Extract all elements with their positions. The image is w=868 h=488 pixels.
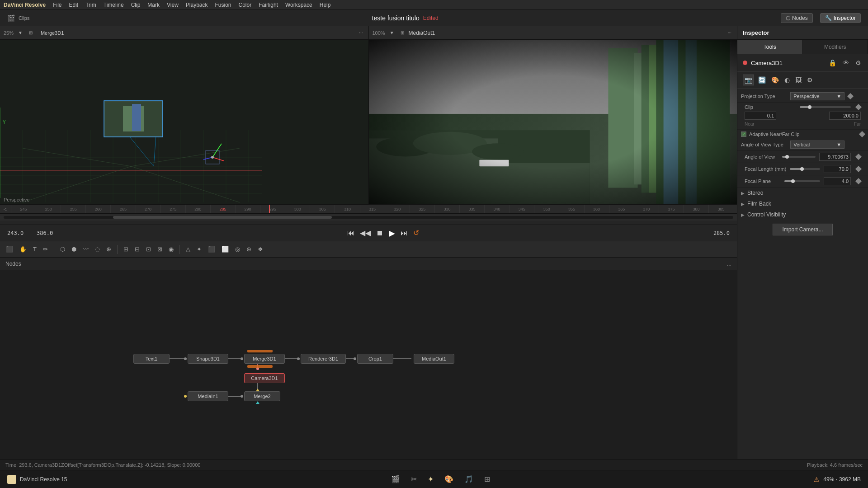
inspector-camera-tab[interactable]: 📷 — [743, 75, 754, 85]
nodes-button[interactable]: ⬡ Nodes — [781, 13, 813, 23]
ruler-mark-275[interactable]: 275 — [160, 205, 185, 213]
viewer-right-fullscreen[interactable]: ⊞ — [399, 29, 406, 36]
viewer-left-more[interactable]: ··· — [357, 29, 364, 36]
dock-media-button[interactable]: 🎬 — [391, 475, 400, 483]
menu-color[interactable]: Color — [239, 2, 252, 8]
dock-fusion-button[interactable]: ✦ — [428, 475, 434, 483]
node-merge2[interactable]: Merge2 — [244, 391, 280, 401]
go-to-start-button[interactable]: ⏮ — [347, 229, 354, 237]
bspline-tool[interactable]: 〰 — [80, 244, 91, 254]
merge2-tool[interactable]: ⊟ — [132, 244, 142, 254]
inspector-shadow-tab[interactable]: ◐ — [783, 75, 791, 85]
menu-timeline[interactable]: Timeline — [104, 2, 124, 8]
render-tool[interactable]: ⬜ — [219, 244, 231, 254]
node-camera3d1[interactable]: Camera3D1 — [244, 373, 285, 383]
clip-far-input[interactable] — [829, 112, 861, 120]
node-mediaout1[interactable]: MediaOut1 — [414, 354, 454, 364]
projection-type-keyframe[interactable] — [847, 93, 854, 99]
loop-button[interactable]: ↺ — [413, 229, 419, 237]
timeline-scroll-thumb[interactable] — [113, 216, 332, 219]
tab-tools[interactable]: Tools — [737, 40, 803, 54]
viewer-left-options[interactable]: ▼ — [16, 29, 24, 36]
3d-tool[interactable]: ⬛ — [206, 244, 217, 254]
ruler-mark-370[interactable]: 370 — [634, 205, 659, 213]
ruler-mark-315[interactable]: 315 — [360, 205, 385, 213]
clip-keyframe[interactable] — [855, 104, 862, 110]
menu-help[interactable]: Help — [320, 2, 331, 8]
ruler-mark-265[interactable]: 265 — [110, 205, 135, 213]
viewport-3d[interactable]: Y Perspective — [0, 40, 368, 204]
node-merge3d1[interactable]: Merge3D1 — [244, 354, 285, 364]
focal-length-input[interactable] — [824, 165, 851, 173]
ruler-mark-355[interactable]: 355 — [559, 205, 584, 213]
paint-tool[interactable]: ✏ — [41, 244, 50, 254]
ruler-mark-365[interactable]: 365 — [609, 205, 634, 213]
inspector-material-tab[interactable]: 🎨 — [770, 75, 780, 85]
ruler-mark-330[interactable]: 330 — [434, 205, 459, 213]
node-mediain1[interactable]: MediaIn1 — [188, 391, 228, 401]
projection-type-value[interactable]: Perspective ▼ — [790, 92, 864, 100]
ruler-mark-305[interactable]: 305 — [310, 205, 335, 213]
ruler-mark-325[interactable]: 325 — [410, 205, 434, 213]
dock-fairlight-button[interactable]: 🎵 — [464, 475, 473, 483]
polygon-tool[interactable]: ⬡ — [58, 244, 67, 254]
ruler-mark-340[interactable]: 340 — [484, 205, 509, 213]
angle-of-view-type-dropdown[interactable]: Vertical ▼ — [790, 141, 844, 149]
menu-playback[interactable]: Playback — [186, 2, 208, 8]
crop-tool[interactable]: ⊡ — [144, 244, 153, 254]
angle-of-view-slider[interactable] — [782, 156, 816, 158]
nodes-more-button[interactable]: ... — [727, 261, 731, 267]
section-control-visibility[interactable]: ▶ Control Visibility — [737, 209, 868, 220]
ruler-mark-300[interactable]: 300 — [285, 205, 310, 213]
ruler-mark-345[interactable]: 345 — [509, 205, 534, 213]
ruler-mark-245[interactable]: 245 — [11, 205, 36, 213]
node-shape3d1[interactable]: Shape3D1 — [188, 354, 228, 364]
zoom-right[interactable]: 100% — [373, 30, 385, 36]
dock-cut-button[interactable]: ✂ — [411, 475, 417, 483]
adaptive-near-far-checkbox[interactable] — [741, 131, 746, 137]
inspector-button[interactable]: 🔧 Inspector — [820, 13, 861, 23]
merge-tool[interactable]: ⊞ — [121, 244, 131, 254]
section-stereo[interactable]: ▶ Stereo — [737, 188, 868, 198]
node-renderer3d1[interactable]: Renderer3D1 — [301, 354, 346, 364]
angle-of-view-keyframe[interactable] — [855, 154, 862, 160]
menu-edit[interactable]: Edit — [69, 2, 79, 8]
pointer-tool[interactable]: ⬛ — [4, 244, 15, 254]
prev-frame-button[interactable]: ◀◀ — [360, 229, 371, 237]
ruler-mark-385[interactable]: 385 — [708, 205, 733, 213]
clip-near-input[interactable] — [745, 112, 776, 120]
nodes-content[interactable]: Text1 Shape3D1 Merge3D1 Renderer3D1 Crop… — [0, 270, 737, 459]
inspector-lock-button[interactable]: 🔒 — [827, 58, 838, 68]
node-text1[interactable]: Text1 — [133, 354, 170, 364]
menu-clip[interactable]: Clip — [131, 2, 141, 8]
ruler-mark-280[interactable]: 280 — [185, 205, 210, 213]
menu-mark[interactable]: Mark — [147, 2, 160, 8]
warp-tool[interactable]: ⊕ — [104, 244, 113, 254]
tab-modifiers[interactable]: Modifiers — [803, 40, 868, 54]
particle-tool[interactable]: ✦ — [194, 244, 204, 254]
ruler-mark-250[interactable]: 250 — [36, 205, 61, 213]
inspector-image-tab[interactable]: 🖼 — [794, 75, 803, 85]
zoom-left[interactable]: 25% — [4, 30, 14, 36]
viewer-right-more[interactable]: ··· — [726, 29, 733, 36]
inspector-other-tab[interactable]: ⚙ — [806, 75, 814, 85]
clip-slider[interactable] — [800, 106, 851, 108]
focal-plane-slider[interactable] — [784, 180, 821, 182]
viewer-right-options[interactable]: ▼ — [388, 29, 396, 36]
menu-workspace[interactable]: Workspace — [285, 2, 312, 8]
ruler-mark-260[interactable]: 260 — [85, 205, 110, 213]
inspector-eye-button[interactable]: 👁 — [841, 58, 850, 68]
ruler-mark-350[interactable]: 350 — [534, 205, 559, 213]
timeline-ruler[interactable]: ◁ 24525025526026527027528028529029530030… — [0, 205, 737, 214]
projection-type-dropdown[interactable]: Perspective ▼ — [790, 92, 844, 100]
ruler-mark-335[interactable]: 335 — [459, 205, 484, 213]
transform-tool[interactable]: ⊠ — [155, 244, 165, 254]
dock-color-button[interactable]: 🎨 — [444, 475, 453, 483]
ruler-mark-290[interactable]: 290 — [235, 205, 260, 213]
color-tool[interactable]: ◉ — [166, 244, 176, 254]
ruler-mark-310[interactable]: 310 — [335, 205, 359, 213]
focal-plane-keyframe[interactable] — [855, 178, 862, 184]
menu-fairlight[interactable]: Fairlight — [259, 2, 278, 8]
ruler-mark-360[interactable]: 360 — [584, 205, 609, 213]
section-film-back[interactable]: ▶ Film Back — [737, 198, 868, 209]
